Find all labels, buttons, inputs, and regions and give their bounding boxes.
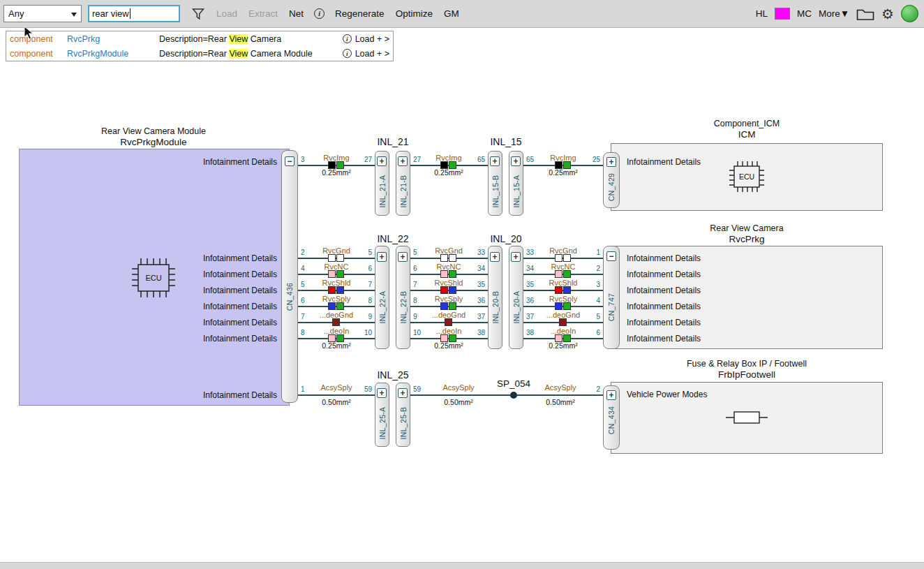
mc-button[interactable]: MC xyxy=(797,8,812,19)
pin-number: 2 xyxy=(596,265,600,272)
net-button[interactable]: Net xyxy=(289,8,304,19)
rvcprkg-description: Rear View Camera xyxy=(611,223,883,234)
rvcprkg-detail-row: Infotainment Details xyxy=(627,333,701,344)
wire-segment[interactable] xyxy=(410,394,510,396)
connector-cn436-label: CN_436 xyxy=(285,283,294,311)
info-icon[interactable] xyxy=(343,34,352,43)
expand-icon[interactable] xyxy=(398,156,408,166)
expand-icon[interactable] xyxy=(511,252,521,262)
highlight-color-swatch[interactable] xyxy=(775,8,790,20)
expand-icon[interactable] xyxy=(398,252,408,262)
pin-number: 3 xyxy=(596,281,600,288)
pin-number: 59 xyxy=(413,385,421,393)
wire-color-patch xyxy=(559,318,567,326)
folder-icon xyxy=(856,7,874,21)
expand-icon[interactable] xyxy=(398,388,408,398)
connector-inl20-b-label: INL_20-B xyxy=(491,291,500,324)
status-indicator[interactable] xyxy=(901,5,918,22)
wire-color-patch xyxy=(440,254,448,262)
pin-number: 25 xyxy=(593,156,600,163)
connector-inl21-b-label: INL_21-B xyxy=(399,175,408,208)
open-folder-button[interactable] xyxy=(856,7,874,21)
wire-color-patch xyxy=(563,286,571,294)
pin-number: 65 xyxy=(477,156,485,163)
gear-icon[interactable]: ⚙ xyxy=(881,7,894,21)
collapse-icon[interactable] xyxy=(606,251,616,261)
load-expand-action[interactable]: Load + > xyxy=(355,34,389,44)
pin-number: 35 xyxy=(526,281,534,288)
info-button[interactable] xyxy=(314,8,325,19)
connector-cn436[interactable] xyxy=(281,150,298,403)
connector-inl15-a-label: INL_15-A xyxy=(512,175,521,208)
rvcprkg-name: RvcPrkg xyxy=(611,234,883,244)
wire-color-patch xyxy=(555,302,562,310)
inline-group-label-inl20: INL_20 xyxy=(464,233,548,244)
filter-button[interactable] xyxy=(191,6,206,22)
wire-color-patch xyxy=(445,318,452,326)
pin-number: 5 xyxy=(301,281,305,288)
mouse-cursor xyxy=(24,26,33,40)
wire-size-label: 0.50mm² xyxy=(546,398,574,406)
pin-number: 65 xyxy=(526,156,534,163)
pin-number: 37 xyxy=(477,313,485,320)
wire-color-patch xyxy=(449,254,456,262)
regenerate-button[interactable]: Regenerate xyxy=(335,8,385,19)
info-icon[interactable] xyxy=(343,49,352,58)
expand-icon[interactable] xyxy=(606,390,616,400)
more-button[interactable]: More▼ xyxy=(819,8,849,19)
wire-color-patch xyxy=(328,254,336,262)
inline-group-label-inl15: INL_15 xyxy=(464,136,548,147)
extract-button[interactable]: Extract xyxy=(248,8,278,19)
fuse-icon xyxy=(726,408,768,427)
inline-group-label-inl22: INL_22 xyxy=(351,233,435,244)
icm-title-block: Component_ICM ICM xyxy=(611,119,883,140)
pin-number: 6 xyxy=(413,265,417,272)
result-name-link[interactable]: RvcPrkg xyxy=(67,34,159,44)
wire-color-patch xyxy=(336,286,344,294)
load-expand-action[interactable]: Load + > xyxy=(355,49,389,59)
wire-color-patch xyxy=(555,286,562,294)
connector-inl25-b-label: INL_25-B xyxy=(399,407,408,440)
expand-icon[interactable] xyxy=(490,252,500,262)
result-name-link[interactable]: RvcPrkgModule xyxy=(67,49,159,59)
optimize-button[interactable]: Optimize xyxy=(396,8,433,19)
wire-segment[interactable] xyxy=(298,394,375,396)
expand-icon[interactable] xyxy=(511,156,521,166)
result-actions: Load + > xyxy=(343,49,389,59)
toolbar: Any rear view Load Extract Net Regenerat… xyxy=(0,0,924,28)
expand-icon[interactable] xyxy=(377,156,387,166)
connector-inl22-a-label: INL_22-A xyxy=(378,291,387,324)
expand-icon[interactable] xyxy=(377,252,387,262)
gm-button[interactable]: GM xyxy=(444,8,459,19)
rvcprkg-detail-row: Infotainment Details xyxy=(627,253,701,264)
load-button[interactable]: Load xyxy=(216,8,237,19)
wire-segment[interactable] xyxy=(517,394,603,396)
text-caret xyxy=(130,8,131,19)
collapse-icon[interactable] xyxy=(285,156,295,166)
toolbar-right-group: HL MC More▼ ⚙ xyxy=(756,5,918,22)
expand-icon[interactable] xyxy=(490,156,500,166)
wire-color-patch xyxy=(440,302,448,310)
connector-cn429-label: CN_429 xyxy=(607,173,616,201)
expand-icon[interactable] xyxy=(377,388,387,398)
pin-number: 10 xyxy=(413,329,421,337)
splice-sp054[interactable] xyxy=(510,392,517,399)
wire-color-patch xyxy=(449,286,456,294)
pin-number: 38 xyxy=(526,329,534,337)
wire-color-patch xyxy=(563,254,571,262)
pin-number: 37 xyxy=(526,313,534,320)
wire-size-label: 0.25mm² xyxy=(322,341,350,350)
search-results-panel: component RvcPrkg Description=Rear View … xyxy=(6,31,394,61)
pin-number: 5 xyxy=(596,313,600,320)
autocomplete-result-row[interactable]: component RvcPrkg Description=Rear View … xyxy=(6,31,393,46)
pin-number: 3 xyxy=(301,156,305,163)
scope-select[interactable]: Any xyxy=(3,5,82,22)
expand-icon[interactable] xyxy=(606,157,616,167)
pin-number: 35 xyxy=(477,281,485,288)
wire-color-patch xyxy=(563,302,571,310)
result-type: component xyxy=(10,34,67,44)
hl-button[interactable]: HL xyxy=(756,8,768,19)
search-input[interactable]: rear view xyxy=(88,5,180,22)
autocomplete-result-row[interactable]: component RvcPrkgModule Description=Rear… xyxy=(6,46,393,61)
splice-label: SP_054 xyxy=(497,378,530,389)
